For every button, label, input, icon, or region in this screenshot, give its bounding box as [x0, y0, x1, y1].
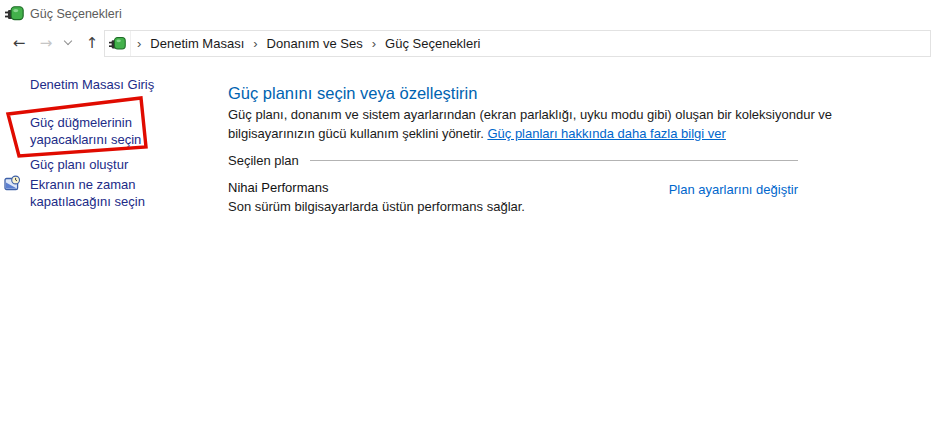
sidebar-link-control-panel-home[interactable]: Denetim Masası Giriş [30, 76, 182, 93]
section-divider [310, 160, 798, 161]
intro-paragraph: Güç planı, donanım ve sistem ayarlarında… [228, 106, 848, 143]
page-title: Güç planını seçin veya özelleştirin [228, 84, 477, 103]
chevron-down-icon [64, 37, 72, 45]
title-bar: Güç Seçenekleri [0, 0, 931, 28]
power-plug-icon [5, 4, 24, 23]
breadcrumb-item-denetim-masasi[interactable]: Denetim Masası [147, 35, 247, 52]
recent-locations-dropdown[interactable] [62, 37, 74, 49]
section-label: Seçilen plan [228, 153, 299, 168]
change-plan-settings-link[interactable]: Plan ayarlarını değiştir [669, 182, 798, 197]
sidebar-link-create-power-plan[interactable]: Güç planı oluştur [30, 156, 182, 173]
address-bar[interactable]: › Denetim Masası › Donanım ve Ses › Güç … [104, 30, 931, 57]
breadcrumb-item-donanim-ve-ses[interactable]: Donanım ve Ses [264, 35, 366, 52]
display-clock-icon [4, 175, 21, 192]
breadcrumb-separator-icon: › [247, 36, 263, 51]
sidebar-link-choose-when-display-off[interactable]: Ekranın ne zaman kapatılacağını seçin [30, 176, 182, 210]
power-plug-icon[interactable] [105, 31, 131, 56]
plan-description: Son sürüm bilgisayarlarda üstün performa… [228, 199, 798, 214]
learn-more-link[interactable]: Güç planları hakkında daha fazla bilgi v… [487, 126, 725, 141]
navigation-toolbar: ← → ↑ › Denetim Masası › Donanım ve Ses … [0, 28, 931, 58]
breadcrumb-item-guc-secenekleri[interactable]: Güç Seçenekleri [382, 35, 483, 52]
window-title: Güç Seçenekleri [30, 7, 122, 21]
forward-button[interactable]: → [33, 31, 59, 55]
up-button[interactable]: ↑ [79, 31, 105, 55]
selected-plan-section-header: Seçilen plan [228, 153, 798, 168]
back-button[interactable]: ← [6, 31, 32, 55]
breadcrumb-separator-icon: › [131, 36, 147, 51]
selected-plan-row: Nihai Performans Son sürüm bilgisayarlar… [228, 180, 798, 214]
sidebar-link-choose-power-button-actions[interactable]: Güç düğmelerinin yapacaklarını seçin [30, 114, 182, 148]
breadcrumb-separator-icon: › [366, 36, 382, 51]
